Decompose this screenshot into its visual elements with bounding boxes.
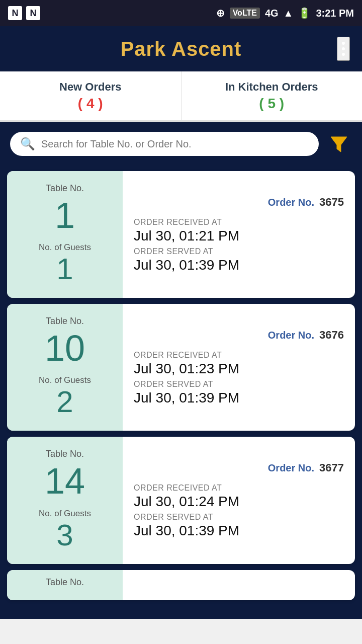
served-label-2: ORDER SERVED AT [134,380,344,389]
order-header-1: Order No. 3675 [134,196,344,209]
signal-icon: ▲ [284,8,294,19]
kitchen-orders-label: In Kitchen Orders [225,80,318,94]
filter-icon [329,134,349,154]
table-label-4: Table No. [46,577,84,588]
order-no-label-1: Order No. [268,197,314,208]
guests-label-2: No. of Guests [39,375,91,385]
table-number-2: 10 [45,329,85,368]
served-at-2: Jul 30, 01:39 PM [134,390,344,406]
order-no-value-3: 3677 [319,461,344,474]
search-area: 🔍 [0,122,362,166]
received-label-2: ORDER RECEIVED AT [134,351,344,360]
received-at-3: Jul 30, 01:24 PM [134,494,344,510]
guests-number-2: 2 [56,385,73,419]
guests-number-3: 3 [56,519,73,552]
search-container: 🔍 [10,132,319,156]
order-no-label-2: Order No. [268,330,314,341]
order-no-value-2: 3676 [319,329,344,342]
tab-kitchen-orders[interactable]: In Kitchen Orders ( 5 ) [182,71,363,120]
search-input[interactable] [41,138,309,150]
dot-1 [342,42,345,45]
served-at-1: Jul 30, 01:39 PM [134,257,344,273]
n-logo-2: N [26,6,40,20]
clock: 3:21 PM [316,8,354,19]
order-card-4-right [123,570,355,600]
order-card-3[interactable]: Table No. 14 No. of Guests 3 Order No. 3… [7,437,355,564]
order-header-3: Order No. 3677 [134,461,344,474]
order-card-2[interactable]: Table No. 10 No. of Guests 2 Order No. 3… [7,304,355,431]
n-logo-1: N [8,6,22,20]
table-number-1: 1 [55,196,75,235]
guests-label-3: No. of Guests [39,509,91,519]
table-label-3: Table No. [46,449,84,459]
dot-3 [342,53,345,56]
guests-label-1: No. of Guests [39,243,91,253]
search-icon: 🔍 [20,137,35,151]
tab-new-orders[interactable]: New Orders ( 4 ) [0,71,182,120]
filter-button[interactable] [326,131,352,157]
received-label-1: ORDER RECEIVED AT [134,218,344,227]
served-label-3: ORDER SERVED AT [134,513,344,522]
order-card-1-right: Order No. 3675 ORDER RECEIVED AT Jul 30,… [123,171,355,298]
order-no-value-1: 3675 [319,196,344,209]
table-label-1: Table No. [46,183,84,194]
new-orders-label: New Orders [59,80,122,94]
order-no-label-3: Order No. [268,462,314,474]
received-at-2: Jul 30, 01:23 PM [134,361,344,377]
volte-badge: VoLTE [230,8,260,19]
app-header: Park Ascent [0,26,362,71]
order-card-4-left: Table No. [7,570,123,600]
order-card-4[interactable]: Table No. [7,570,355,600]
table-label-2: Table No. [46,316,84,327]
received-label-3: ORDER RECEIVED AT [134,484,344,493]
order-card-1[interactable]: Table No. 1 No. of Guests 1 Order No. 36… [7,171,355,298]
status-bar: N N ⊕ VoLTE 4G ▲ 🔋 3:21 PM [0,0,362,26]
svg-marker-0 [331,137,347,152]
more-options-button[interactable] [337,37,350,61]
battery-icon: 🔋 [298,7,311,19]
new-orders-count: ( 4 ) [78,96,103,112]
order-card-2-right: Order No. 3676 ORDER RECEIVED AT Jul 30,… [123,304,355,431]
order-header-2: Order No. 3676 [134,329,344,342]
order-card-2-left: Table No. 10 No. of Guests 2 [7,304,123,431]
served-label-1: ORDER SERVED AT [134,247,344,256]
dot-2 [342,47,345,50]
network-type: 4G [265,8,279,19]
status-bar-left: N N [8,6,40,20]
orders-list: Table No. 1 No. of Guests 1 Order No. 36… [0,166,362,619]
app-title: Park Ascent [121,38,242,60]
guests-number-1: 1 [56,253,73,286]
order-card-1-left: Table No. 1 No. of Guests 1 [7,171,123,298]
received-at-1: Jul 30, 01:21 PM [134,228,344,244]
order-card-3-right: Order No. 3677 ORDER RECEIVED AT Jul 30,… [123,437,355,564]
kitchen-orders-count: ( 5 ) [259,96,284,112]
tab-bar: New Orders ( 4 ) In Kitchen Orders ( 5 ) [0,71,362,122]
served-at-3: Jul 30, 01:39 PM [134,523,344,539]
order-card-3-left: Table No. 14 No. of Guests 3 [7,437,123,564]
status-bar-right: ⊕ VoLTE 4G ▲ 🔋 3:21 PM [216,7,354,19]
gps-icon: ⊕ [216,7,225,19]
table-number-3: 14 [45,461,85,501]
